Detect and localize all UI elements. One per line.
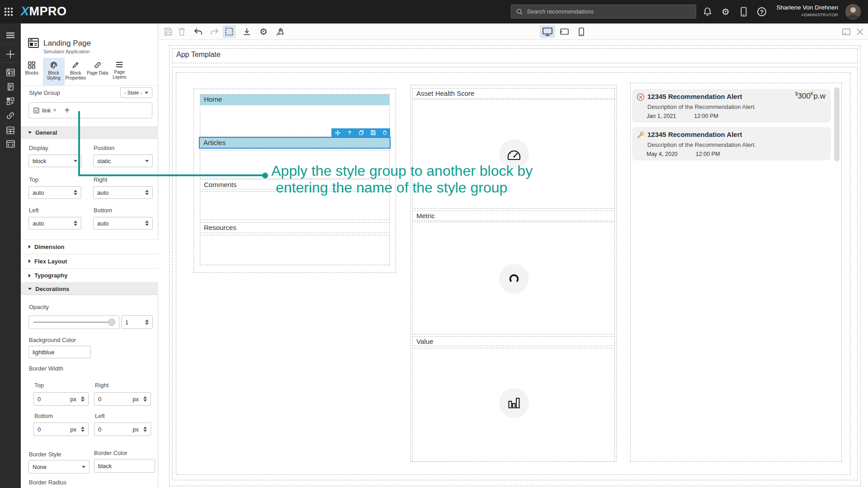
stepper-icon[interactable] [74, 221, 77, 226]
block-articles-selected[interactable]: Articles [199, 137, 391, 149]
layers-menu-icon [108, 61, 131, 68]
alert-time: 12:00 PM [694, 113, 718, 119]
block-styling-panel: Landing Page Simulator Application Block… [21, 23, 158, 488]
stepper-icon[interactable] [143, 427, 147, 432]
section-flex-layout[interactable]: Flex Layout [21, 254, 158, 268]
right-input[interactable]: auto [93, 186, 153, 199]
notifications-bell-icon[interactable] [702, 6, 713, 18]
block-home-header[interactable]: Home [200, 94, 389, 105]
app-template-label-block[interactable]: App Template [172, 48, 858, 63]
rail-menu-icon[interactable] [0, 28, 21, 42]
block-resources-body[interactable] [200, 235, 390, 265]
tab-block-properties[interactable]: Block Properties [65, 58, 87, 85]
add-style-group-button[interactable]: + [65, 106, 70, 114]
display-select[interactable]: block [28, 155, 81, 167]
value-widget[interactable] [412, 348, 615, 462]
alert-date: May 4, 2020 [646, 151, 678, 157]
search-input[interactable] [527, 8, 691, 15]
tab-block-styling[interactable]: Block Styling [43, 58, 65, 85]
bottom-input[interactable]: auto [93, 217, 153, 230]
asset-health-label-block[interactable]: Asset Health Score [412, 88, 615, 99]
close-icon[interactable] [854, 25, 866, 38]
bw-left-input[interactable]: 0 px [94, 422, 151, 436]
delete-block-icon[interactable] [382, 130, 387, 135]
undo-icon[interactable] [192, 25, 204, 38]
rail-add-icon[interactable] [0, 47, 21, 61]
page-title: Landing Page [43, 39, 91, 48]
pencil-icon [65, 61, 87, 69]
redo-icon[interactable] [208, 25, 221, 38]
settings-gear-icon[interactable]: ⚙ [257, 25, 270, 38]
user-avatar[interactable] [845, 4, 861, 19]
preview-tablet-icon[interactable] [558, 25, 571, 38]
left-input[interactable]: auto [28, 217, 81, 230]
section-dimension[interactable]: Dimension [21, 239, 158, 253]
style-group-chips[interactable]: link × + [28, 102, 152, 118]
style-group-chip-link[interactable]: link × [33, 107, 57, 114]
value-label-block[interactable]: Value [412, 336, 615, 346]
section-general[interactable]: General [21, 127, 158, 139]
save-block-icon[interactable] [371, 130, 376, 135]
rail-blocks-icon[interactable] [0, 94, 21, 108]
border-radius-label: Border Radius [29, 479, 66, 486]
top-input[interactable]: auto [28, 186, 81, 199]
slider-handle[interactable] [108, 319, 115, 326]
move-icon[interactable] [335, 130, 340, 136]
alert-date: Jan 1, 2021 [646, 113, 676, 119]
bw-right-input[interactable]: 0 px [94, 392, 151, 406]
background-color-input[interactable]: lightblue [28, 346, 91, 358]
recommendation-alert-card[interactable]: 12345 Recommendation Alert $300Kp.w Desc… [632, 89, 831, 122]
style-group-state-select[interactable]: - State - [120, 87, 152, 98]
duplicate-icon[interactable] [359, 130, 364, 135]
download-icon[interactable] [241, 25, 253, 38]
settings-gear-icon[interactable]: ⚙ [720, 6, 731, 18]
tab-page-data[interactable]: Page Data [87, 58, 109, 85]
alerts-scrollbar[interactable] [834, 87, 840, 161]
tab-page-layers[interactable]: Page Layers [108, 58, 131, 85]
user-menu[interactable]: Sharlene Von Drehnen ADMINISTRATOR [776, 4, 838, 17]
preview-mobile-icon[interactable] [575, 25, 588, 38]
publish-rocket-icon[interactable] [274, 25, 286, 38]
stepper-icon[interactable] [143, 396, 147, 402]
rail-variables-icon[interactable] [0, 137, 21, 150]
recommendation-alert-card[interactable]: 12345 Recommendation Alert Description o… [632, 127, 831, 160]
delete-trash-icon[interactable] [175, 25, 188, 38]
xmpro-logo[interactable]: XMPRO [21, 5, 67, 19]
metric-label-block[interactable]: Metric [412, 211, 615, 221]
section-decorations[interactable]: Decorations [21, 283, 158, 295]
search-box[interactable] [511, 5, 696, 19]
stepper-icon[interactable] [145, 319, 149, 325]
bw-top-input[interactable]: 0 px [33, 392, 89, 406]
annotation-text: Apply the style group to another block b… [271, 163, 533, 196]
metric-widget[interactable] [412, 222, 615, 334]
position-select[interactable]: static [93, 155, 153, 167]
mobile-device-icon[interactable] [738, 6, 750, 18]
rail-link-icon[interactable] [0, 109, 21, 122]
save-icon[interactable] [162, 25, 175, 38]
stepper-icon[interactable] [74, 190, 77, 195]
stepper-icon[interactable] [145, 221, 149, 226]
toggle-panel-icon[interactable] [840, 25, 853, 38]
section-typography[interactable]: Typography [21, 268, 158, 282]
select-marquee-icon[interactable] [223, 25, 236, 38]
stepper-icon[interactable] [145, 190, 149, 195]
tab-blocks[interactable]: Blocks [21, 58, 43, 85]
position-label: Position [94, 145, 114, 151]
preview-desktop-icon[interactable] [540, 25, 555, 38]
rail-datagrid-icon[interactable] [0, 123, 21, 137]
stepper-icon[interactable] [81, 396, 85, 402]
border-color-input[interactable]: black [94, 459, 155, 473]
help-icon[interactable]: ? [756, 6, 768, 18]
chip-remove-icon[interactable]: × [53, 107, 57, 113]
block-resources-header[interactable]: Resources [200, 222, 390, 233]
stepper-icon[interactable] [81, 427, 85, 432]
alert-maintenance-wrench-icon [637, 131, 645, 139]
rail-app-window-icon[interactable] [0, 66, 21, 79]
rail-document-icon[interactable] [0, 80, 21, 94]
app-launcher-icon[interactable] [5, 8, 13, 16]
opacity-slider[interactable] [28, 315, 119, 329]
move-up-icon[interactable] [347, 130, 352, 135]
bw-bottom-input[interactable]: 0 px [33, 422, 89, 436]
border-style-select[interactable]: None [28, 460, 90, 474]
opacity-input[interactable]: 1 [121, 315, 153, 329]
